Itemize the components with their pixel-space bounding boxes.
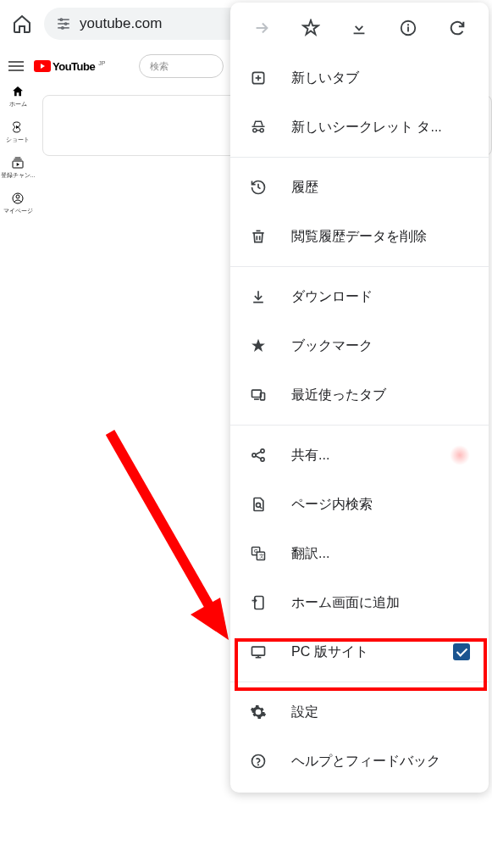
forward-button[interactable]: [245, 11, 279, 45]
incognito-icon: [249, 118, 268, 136]
svg-rect-3: [65, 23, 67, 25]
new-tab-icon: [249, 69, 268, 87]
browser-home-button[interactable]: [10, 12, 34, 36]
history-icon: [249, 178, 268, 197]
share-icon: [249, 446, 268, 465]
svg-text:G: G: [254, 548, 258, 554]
menu-new-tab[interactable]: 新しいタブ: [230, 53, 489, 103]
menu-label: 最近使ったタブ: [291, 387, 470, 404]
menu-label: ブックマーク: [291, 337, 470, 355]
menu-translate[interactable]: G文 翻訳...: [230, 529, 489, 578]
find-page-icon: [249, 495, 268, 514]
url-text: youtube.com: [80, 15, 162, 32]
bookmark-button[interactable]: [294, 11, 328, 45]
svg-point-13: [16, 195, 19, 198]
menu-divider: [230, 266, 489, 267]
svg-line-41: [110, 432, 212, 610]
menu-toolbar: [230, 3, 489, 53]
download-icon: [249, 287, 268, 306]
play-icon: [34, 60, 51, 72]
menu-help[interactable]: ヘルプとフィードバック: [230, 737, 489, 786]
sidebar-item-subscriptions[interactable]: 登録チャン...: [1, 156, 36, 180]
translate-icon: G文: [249, 544, 268, 563]
account-icon: [11, 192, 25, 205]
info-button[interactable]: [391, 11, 425, 45]
search-input[interactable]: 検索: [139, 54, 224, 78]
menu-label: ヘルプとフィードバック: [291, 753, 470, 771]
menu-share[interactable]: 共有...: [230, 431, 489, 480]
menu-divider: [230, 157, 489, 158]
menu-incognito[interactable]: 新しいシークレット タ...: [230, 103, 489, 152]
recording-indicator-icon: [450, 445, 470, 465]
youtube-logo[interactable]: YouTube JP: [34, 60, 105, 73]
menu-label: 設定: [291, 704, 470, 721]
menu-label: ホーム画面に追加: [291, 594, 470, 612]
sidebar-item-shorts[interactable]: ショート: [6, 120, 30, 144]
menu-label: 閲覧履歴データを削除: [291, 228, 470, 246]
menu-divider: [230, 425, 489, 426]
shorts-icon: [11, 120, 25, 134]
menu-label: ページ内検索: [291, 496, 470, 514]
download-button[interactable]: [342, 11, 376, 45]
menu-desktop-site[interactable]: PC 版サイト: [230, 627, 489, 676]
menu-downloads[interactable]: ダウンロード: [230, 272, 489, 321]
devices-icon: [249, 386, 268, 404]
menu-divider: [230, 682, 489, 682]
hamburger-icon[interactable]: [8, 58, 24, 75]
svg-rect-34: [255, 597, 263, 609]
star-icon: [249, 337, 268, 355]
browser-overflow-menu: 新しいタブ 新しいシークレット タ... 履歴 閲覧履歴データを削除 ダウンロー…: [230, 3, 489, 793]
menu-label: 翻訳...: [291, 545, 470, 563]
menu-label: PC 版サイト: [291, 643, 429, 661]
reload-button[interactable]: [440, 11, 474, 45]
sidebar-item-mypage[interactable]: マイページ: [3, 192, 33, 215]
home-icon: [11, 85, 25, 98]
site-settings-icon: [56, 16, 71, 31]
menu-label: 新しいタブ: [291, 70, 470, 87]
sidebar-item-home[interactable]: ホーム: [9, 85, 27, 108]
menu-recent-tabs[interactable]: 最近使ったタブ: [230, 370, 489, 420]
svg-line-29: [260, 507, 263, 509]
desktop-site-checkbox[interactable]: [453, 643, 470, 660]
menu-label: ダウンロード: [291, 288, 470, 306]
menu-label: 新しいシークレット タ...: [291, 119, 470, 136]
svg-rect-36: [252, 647, 265, 655]
youtube-region: JP: [98, 60, 105, 66]
help-icon: [249, 752, 268, 771]
svg-text:文: 文: [259, 553, 264, 559]
svg-line-27: [256, 456, 262, 459]
trash-icon: [249, 227, 268, 246]
menu-settings[interactable]: 設定: [230, 687, 489, 737]
youtube-sidebar: ホーム ショート 登録チャン... マイページ: [0, 80, 36, 215]
svg-rect-22: [261, 393, 265, 400]
menu-bookmarks[interactable]: ブックマーク: [230, 321, 489, 370]
menu-label: 履歴: [291, 179, 470, 197]
menu-clear-data[interactable]: 閲覧履歴データを削除: [230, 212, 489, 261]
subscriptions-icon: [11, 156, 25, 170]
svg-rect-0: [60, 19, 62, 20]
svg-line-26: [256, 452, 262, 454]
svg-rect-6: [62, 27, 64, 29]
youtube-brand-text: YouTube: [53, 60, 95, 73]
menu-history[interactable]: 履歴: [230, 163, 489, 212]
menu-label: 共有...: [291, 447, 426, 465]
gear-icon: [249, 703, 268, 721]
menu-add-to-home[interactable]: ホーム画面に追加: [230, 578, 489, 627]
add-home-icon: [249, 593, 268, 612]
menu-find-in-page[interactable]: ページ内検索: [230, 480, 489, 529]
svg-point-39: [252, 755, 265, 768]
annotation-arrow-icon: [93, 424, 246, 661]
svg-marker-42: [191, 598, 229, 640]
desktop-icon: [249, 643, 268, 661]
